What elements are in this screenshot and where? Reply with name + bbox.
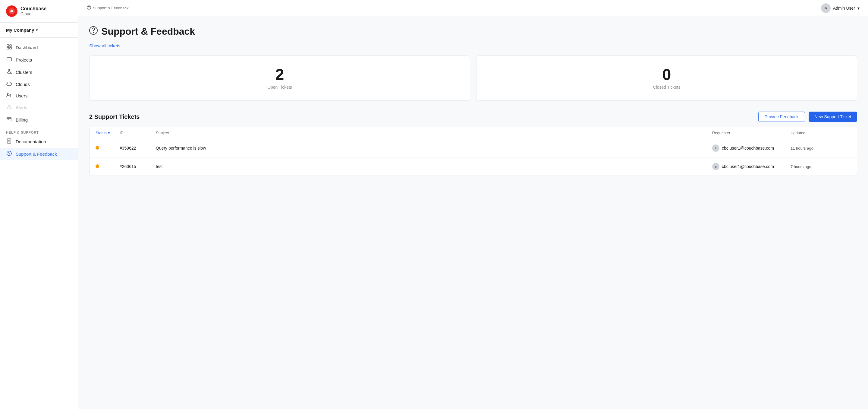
users-icon (6, 93, 12, 98)
column-header-subject: Subject (156, 130, 712, 135)
sidebar-item-billing[interactable]: Billing (0, 114, 78, 126)
svg-rect-15 (7, 117, 11, 121)
logo-text: Couchbase Cloud (21, 6, 46, 17)
svg-line-10 (9, 70, 11, 73)
sidebar-item-clouds-label: Clouds (16, 82, 30, 87)
clouds-icon (6, 82, 12, 87)
clusters-icon (6, 69, 12, 76)
sidebar-item-projects[interactable]: Projects (0, 54, 78, 66)
svg-rect-5 (7, 58, 11, 61)
user-menu[interactable]: A Admin User ▾ (821, 3, 860, 13)
table-row[interactable]: #359622 Query performance is slow c cbc.… (90, 139, 857, 157)
main-area: Support & Feedback A Admin User ▾ Suppor… (79, 0, 868, 409)
status-dot-open-2 (96, 165, 99, 168)
action-buttons: Provide Feedback New Support Ticket (758, 112, 857, 122)
sidebar-item-clusters[interactable]: Clusters (0, 66, 78, 79)
breadcrumb: Support & Feedback (87, 5, 129, 10)
sidebar: Couchbase Cloud My Company ▾ Dashboard P… (0, 0, 79, 409)
column-header-updated: Updated (790, 130, 851, 135)
brand-name: Couchbase (21, 6, 46, 11)
tickets-table: Status ▾ ID Subject Requester Updated #3… (89, 127, 857, 176)
page-title-row: Support & Feedback (89, 26, 857, 37)
show-all-tickets-link[interactable]: Show all tickets (89, 43, 120, 48)
status-dot-open (96, 146, 99, 150)
row-requester-1: c cbc.user1@couchbase.com (712, 144, 790, 152)
projects-icon (6, 57, 12, 63)
breadcrumb-text: Support & Feedback (93, 6, 129, 10)
svg-point-12 (7, 93, 9, 95)
column-header-requester: Requester (712, 130, 790, 135)
table-header: Status ▾ ID Subject Requester Updated (90, 127, 857, 139)
sidebar-item-users[interactable]: Users (0, 90, 78, 101)
sidebar-item-support-label: Support & Feedback (16, 151, 57, 156)
billing-icon (6, 117, 12, 123)
sidebar-item-alerts-label: Alerts (16, 105, 27, 110)
sidebar-item-billing-label: Billing (16, 117, 28, 122)
svg-rect-4 (10, 47, 11, 49)
tickets-section-header: 2 Support Tickets Provide Feedback New S… (89, 112, 857, 122)
svg-line-9 (7, 70, 9, 73)
logo-icon (6, 5, 18, 17)
row-id-1: #359622 (120, 146, 156, 150)
sidebar-item-documentation[interactable]: Documentation (0, 136, 78, 148)
alerts-icon (6, 105, 12, 111)
page-title-icon (89, 26, 98, 37)
sidebar-item-documentation-label: Documentation (16, 139, 46, 144)
sidebar-nav: Dashboard Projects Clusters Clouds Users (0, 38, 78, 409)
user-menu-chevron-icon: ▾ (858, 6, 860, 10)
svg-point-27 (93, 32, 94, 33)
new-support-ticket-button[interactable]: New Support Ticket (809, 112, 857, 122)
sidebar-item-alerts[interactable]: Alerts (0, 101, 78, 114)
row-requester-2: c cbc.user1@couchbase.com (712, 163, 790, 170)
requester-avatar-2: c (712, 163, 719, 170)
status-column-label: Status (96, 130, 107, 135)
sort-icon: ▾ (108, 130, 110, 135)
app-logo: Couchbase Cloud (0, 0, 78, 23)
documentation-icon (6, 139, 12, 145)
svg-point-23 (9, 154, 9, 155)
support-icon (6, 151, 12, 157)
tickets-section-title: 2 Support Tickets (89, 113, 140, 120)
sidebar-item-users-label: Users (16, 93, 27, 98)
svg-point-25 (89, 8, 89, 9)
svg-rect-2 (10, 45, 11, 47)
row-status-2 (96, 164, 120, 169)
sidebar-item-projects-label: Projects (16, 57, 32, 62)
open-tickets-count: 2 (276, 67, 284, 82)
company-label: My Company (6, 27, 34, 33)
table-row[interactable]: #260615 test c cbc.user1@couchbase.com 7… (90, 157, 857, 176)
row-updated-1: 11 hours ago (790, 146, 851, 150)
topbar: Support & Feedback A Admin User ▾ (79, 0, 868, 16)
open-tickets-card: 2 Open Tickets (89, 56, 470, 101)
svg-point-6 (8, 69, 10, 70)
page-title: Support & Feedback (101, 26, 195, 37)
svg-rect-1 (7, 45, 9, 47)
closed-tickets-card: 0 Closed Tickets (476, 56, 857, 101)
row-subject-2: test (156, 164, 712, 169)
provide-feedback-button[interactable]: Provide Feedback (758, 112, 805, 122)
dashboard-icon (6, 44, 12, 51)
row-updated-2: 7 hours ago (790, 165, 851, 169)
help-section-label: HELP & SUPPORT (0, 126, 78, 136)
svg-point-8 (10, 73, 11, 74)
user-name: Admin User (833, 6, 855, 10)
breadcrumb-icon (87, 5, 91, 10)
closed-tickets-count: 0 (662, 67, 671, 82)
svg-rect-3 (7, 47, 9, 49)
open-tickets-label: Open Tickets (267, 85, 292, 90)
stats-row: 2 Open Tickets 0 Closed Tickets (89, 56, 857, 101)
row-subject-1: Query performance is slow (156, 146, 712, 150)
closed-tickets-label: Closed Tickets (653, 85, 680, 90)
sidebar-item-support[interactable]: Support & Feedback (0, 148, 78, 160)
sidebar-item-clouds[interactable]: Clouds (0, 79, 78, 90)
row-status-1 (96, 146, 120, 150)
row-id-2: #260615 (120, 164, 156, 169)
sidebar-item-clusters-label: Clusters (16, 70, 32, 75)
column-header-id: ID (120, 130, 156, 135)
page-content: Support & Feedback Show all tickets 2 Op… (79, 16, 868, 409)
sidebar-item-dashboard[interactable]: Dashboard (0, 41, 78, 54)
column-header-status[interactable]: Status ▾ (96, 130, 120, 135)
company-selector[interactable]: My Company ▾ (0, 23, 78, 38)
requester-email-1: cbc.user1@couchbase.com (722, 146, 774, 150)
requester-avatar-1: c (712, 144, 719, 152)
